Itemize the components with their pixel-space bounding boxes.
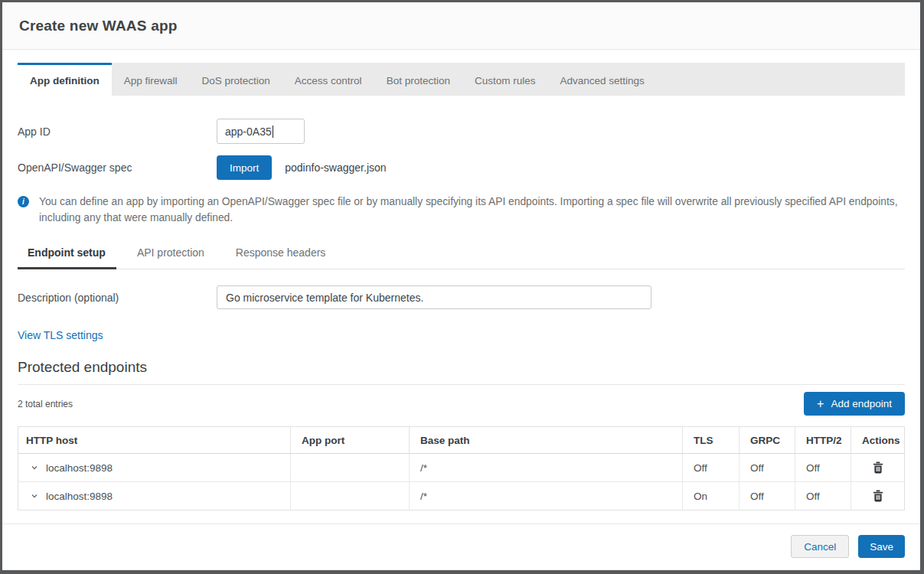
http2-value: Off xyxy=(795,454,851,482)
spec-filename: podinfo-swagger.json xyxy=(285,161,386,174)
endpoints-table: HTTP host App port Base path TLS GRPC HT… xyxy=(18,426,905,510)
col-tls: TLS xyxy=(683,427,740,454)
tab-bot-protection[interactable]: Bot protection xyxy=(374,63,462,96)
subtab-api-protection[interactable]: API protection xyxy=(127,246,215,269)
main-tab-bar: App definition App firewall DoS protecti… xyxy=(18,63,905,96)
dialog-footer: Cancel Save xyxy=(2,523,920,570)
col-http-host: HTTP host xyxy=(18,427,291,454)
total-entries-label: 2 total entries xyxy=(18,399,73,409)
app-id-value: app-0A35 xyxy=(225,126,272,138)
app-id-label: App ID xyxy=(18,126,217,138)
plus-icon: + xyxy=(817,398,824,410)
app-port-value xyxy=(291,482,410,510)
cancel-button[interactable]: Cancel xyxy=(791,535,849,558)
info-note-text: You can define an app by importing an Op… xyxy=(39,194,900,226)
info-note: i You can define an app by importing an … xyxy=(18,194,905,226)
col-base-path: Base path xyxy=(410,427,683,454)
http-host-value: localhost:9898 xyxy=(46,462,113,474)
app-id-input[interactable]: app-0A35 xyxy=(217,119,305,144)
tab-app-firewall[interactable]: App firewall xyxy=(112,63,190,96)
swagger-spec-row: OpenAPI/Swagger spec Import podinfo-swag… xyxy=(18,155,905,180)
col-grpc: GRPC xyxy=(740,427,795,454)
base-path-value: /* xyxy=(410,482,683,510)
table-toolbar: 2 total entries + Add endpoint xyxy=(18,392,905,416)
trash-icon[interactable] xyxy=(873,461,883,474)
col-app-port: App port xyxy=(291,427,410,454)
tls-value: On xyxy=(683,482,740,510)
description-row: Description (optional) xyxy=(18,285,905,309)
trash-icon[interactable] xyxy=(873,490,883,502)
base-path-value: /* xyxy=(410,454,683,482)
add-endpoint-label: Add endpoint xyxy=(831,398,892,409)
http2-value: Off xyxy=(795,482,851,510)
save-button[interactable]: Save xyxy=(858,535,905,558)
chevron-down-icon[interactable] xyxy=(31,464,38,471)
sub-tab-bar: Endpoint setup API protection Response h… xyxy=(18,246,905,269)
screenshot-frame: Create new WAAS app App definition App f… xyxy=(0,0,924,574)
grpc-value: Off xyxy=(740,482,795,510)
tab-advanced-settings[interactable]: Advanced settings xyxy=(547,63,656,96)
subtab-endpoint-setup[interactable]: Endpoint setup xyxy=(18,246,116,269)
description-label: Description (optional) xyxy=(18,292,217,304)
tab-app-definition[interactable]: App definition xyxy=(18,63,112,96)
chevron-down-icon[interactable] xyxy=(31,492,38,500)
view-tls-settings-link[interactable]: View TLS settings xyxy=(18,329,103,341)
create-waas-app-dialog: Create new WAAS app App definition App f… xyxy=(2,2,920,570)
grpc-value: Off xyxy=(740,454,795,482)
app-port-value xyxy=(291,454,410,482)
dialog-content: App definition App firewall DoS protecti… xyxy=(2,50,920,523)
protected-endpoints-heading: Protected endpoints xyxy=(18,359,905,385)
col-actions: Actions xyxy=(851,427,905,454)
swagger-spec-label: OpenAPI/Swagger spec xyxy=(18,161,217,174)
import-button[interactable]: Import xyxy=(217,155,272,180)
info-icon: i xyxy=(18,196,29,207)
dialog-header: Create new WAAS app xyxy=(2,2,920,50)
tab-access-control[interactable]: Access control xyxy=(282,63,374,96)
tls-value: Off xyxy=(683,454,740,482)
dialog-title: Create new WAAS app xyxy=(19,18,178,34)
text-caret xyxy=(273,126,273,138)
tab-dos-protection[interactable]: DoS protection xyxy=(190,63,282,96)
subtab-response-headers[interactable]: Response headers xyxy=(226,246,337,269)
col-http2: HTTP/2 xyxy=(795,427,851,454)
table-row: localhost:9898 /* On Off Off xyxy=(18,482,905,510)
app-id-row: App ID app-0A35 xyxy=(18,119,905,144)
table-header-row: HTTP host App port Base path TLS GRPC HT… xyxy=(18,427,905,454)
http-host-value: localhost:9898 xyxy=(46,491,113,502)
description-input[interactable] xyxy=(217,285,651,309)
add-endpoint-button[interactable]: + Add endpoint xyxy=(804,392,905,416)
table-row: localhost:9898 /* Off Off Off xyxy=(18,454,905,482)
tab-custom-rules[interactable]: Custom rules xyxy=(462,63,548,96)
